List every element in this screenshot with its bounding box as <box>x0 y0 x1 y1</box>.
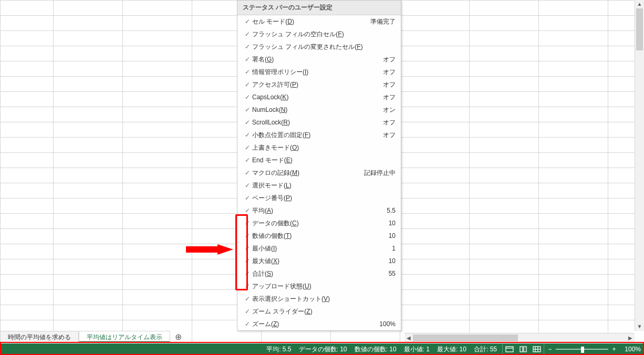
zoom-slider[interactable]: − + <box>547 346 621 353</box>
view-normal-button[interactable] <box>503 343 516 355</box>
menu-item-11[interactable]: ✓End モード(E) <box>237 154 401 166</box>
menu-item-status: 1 <box>389 245 396 252</box>
vertical-scroll-thumb[interactable] <box>636 8 643 50</box>
menu-item-status: オン <box>380 106 396 114</box>
menu-item-12[interactable]: ✓マクロの記録(M)記録停止中 <box>237 166 401 179</box>
menu-item-label: セル モード(D) <box>252 17 367 26</box>
menu-item-19[interactable]: ✓最大値(X)10 <box>237 255 401 267</box>
vertical-scrollbar[interactable]: ▲ ▼ <box>635 0 644 331</box>
check-icon: ✓ <box>243 308 252 315</box>
menu-item-label: アップロード状態(U) <box>252 282 392 291</box>
scroll-up-icon[interactable]: ▲ <box>635 0 644 8</box>
check-icon: ✓ <box>243 43 252 50</box>
menu-item-0[interactable]: ✓セル モード(D)準備完了 <box>237 15 401 28</box>
view-page-layout-button[interactable] <box>516 343 530 355</box>
menu-item-8[interactable]: ✓ScrollLock(R)オフ <box>237 116 401 129</box>
check-icon: ✓ <box>243 232 252 239</box>
menu-header: ステータス バーのユーザー設定 <box>237 1 401 15</box>
menu-item-21[interactable]: ✓アップロード状態(U) <box>237 280 401 293</box>
menu-item-2[interactable]: ✓フラッシュ フィルの変更されたセル(F) <box>237 40 401 53</box>
menu-item-label: フラッシュ フィルの変更されたセル(F) <box>252 43 392 51</box>
menu-item-14[interactable]: ✓ページ番号(P) <box>237 192 401 204</box>
menu-item-16[interactable]: ✓データの個数(C)10 <box>237 217 401 229</box>
menu-item-4[interactable]: ✓情報管理ポリシー(I)オフ <box>237 66 401 78</box>
check-icon: ✓ <box>243 56 252 63</box>
menu-item-label: ページ番号(P) <box>252 194 392 203</box>
menu-item-status: オフ <box>380 93 396 102</box>
scroll-right-icon[interactable]: ▶ <box>626 333 635 342</box>
check-icon: ✓ <box>243 182 252 189</box>
check-icon: ✓ <box>243 144 252 151</box>
stat-count: データの個数: 10 <box>299 345 347 354</box>
view-page-break-button[interactable] <box>530 343 544 355</box>
stat-numcount: 数値の個数: 10 <box>355 345 397 354</box>
menu-item-status: オフ <box>380 80 396 89</box>
zoom-percentage[interactable]: 100% <box>621 346 644 353</box>
zoom-slider-track[interactable] <box>556 349 608 350</box>
menu-item-5[interactable]: ✓アクセス許可(P)オフ <box>237 78 401 91</box>
horizontal-scroll-thumb[interactable] <box>413 335 518 341</box>
menu-item-status: オフ <box>380 131 396 140</box>
check-icon: ✓ <box>243 30 252 38</box>
menu-item-17[interactable]: ✓数値の個数(T)10 <box>237 229 401 242</box>
menu-item-status: 10 <box>386 232 396 239</box>
menu-item-13[interactable]: ✓選択モード(L) <box>237 179 401 192</box>
menu-item-23[interactable]: ✓ズーム スライダー(Z) <box>237 305 401 318</box>
zoom-out-button[interactable]: − <box>547 346 553 353</box>
menu-item-15[interactable]: ✓平均(A)5.5 <box>237 204 401 217</box>
horizontal-scrollbar[interactable]: ◀ ▶ <box>404 333 635 342</box>
sheet-tab-bar: 時間の平均値を求める 平均値はリアルタイム表示 ⊕ <box>0 331 186 342</box>
check-icon: ✓ <box>243 156 252 164</box>
menu-item-label: データの個数(C) <box>252 219 386 228</box>
check-icon: ✓ <box>243 207 252 214</box>
menu-item-label: End モード(E) <box>252 156 392 165</box>
menu-item-label: ズーム(Z) <box>252 320 376 329</box>
scroll-down-icon[interactable]: ▼ <box>635 322 644 331</box>
check-icon: ✓ <box>243 169 252 176</box>
sheet-tab-1[interactable]: 時間の平均値を求める <box>0 331 79 342</box>
menu-item-label: 最小値(I) <box>252 244 389 253</box>
menu-item-status: 5.5 <box>383 207 396 214</box>
menu-item-6[interactable]: ✓CapsLock(K)オフ <box>237 91 401 103</box>
menu-item-label: ScrollLock(R) <box>252 119 380 126</box>
menu-item-18[interactable]: ✓最小値(I)1 <box>237 242 401 255</box>
menu-item-20[interactable]: ✓合計(S)55 <box>237 267 401 280</box>
menu-item-label: フラッシュ フィルの空白セル(F) <box>252 30 392 39</box>
menu-item-24[interactable]: ✓ズーム(Z)100% <box>237 318 401 330</box>
new-sheet-button[interactable]: ⊕ <box>170 331 186 342</box>
view-mode-buttons <box>502 343 544 355</box>
zoom-in-button[interactable]: + <box>611 346 617 353</box>
check-icon: ✓ <box>243 93 252 101</box>
sheet-tab-2[interactable]: 平均値はリアルタイム表示 <box>79 331 170 342</box>
check-icon: ✓ <box>243 283 252 290</box>
check-icon: ✓ <box>243 194 252 202</box>
check-icon: ✓ <box>243 68 252 76</box>
scroll-left-icon[interactable]: ◀ <box>404 333 413 342</box>
svg-rect-4 <box>524 347 526 352</box>
statusbar-stats: 平均: 5.5 データの個数: 10 数値の個数: 10 最小値: 1 最大値:… <box>266 345 502 354</box>
status-bar: 平均: 5.5 データの個数: 10 数値の個数: 10 最小値: 1 最大値:… <box>0 343 644 355</box>
svg-rect-1 <box>506 347 513 352</box>
menu-item-status: 10 <box>386 257 396 265</box>
check-icon: ✓ <box>243 18 252 25</box>
menu-item-1[interactable]: ✓フラッシュ フィルの空白セル(F) <box>237 28 401 40</box>
menu-item-9[interactable]: ✓小数点位置の固定(F)オフ <box>237 129 401 141</box>
check-icon: ✓ <box>243 257 252 265</box>
menu-item-label: 上書きモード(O) <box>252 143 392 152</box>
menu-item-label: ズーム スライダー(Z) <box>252 307 392 316</box>
check-icon: ✓ <box>243 131 252 139</box>
menu-item-label: NumLock(N) <box>252 106 380 113</box>
menu-item-label: 選択モード(L) <box>252 181 392 190</box>
check-icon: ✓ <box>243 119 252 126</box>
stat-average: 平均: 5.5 <box>266 345 291 354</box>
svg-rect-3 <box>520 347 523 352</box>
stat-max: 最大値: 10 <box>437 345 466 354</box>
menu-item-3[interactable]: ✓署名(G)オフ <box>237 53 401 66</box>
menu-item-label: 合計(S) <box>252 269 386 278</box>
check-icon: ✓ <box>243 106 252 113</box>
menu-item-label: 情報管理ポリシー(I) <box>252 68 380 77</box>
menu-item-22[interactable]: ✓表示選択ショートカット(V) <box>237 293 401 305</box>
menu-item-10[interactable]: ✓上書きモード(O) <box>237 141 401 154</box>
menu-item-7[interactable]: ✓NumLock(N)オン <box>237 103 401 116</box>
zoom-slider-thumb[interactable] <box>581 347 584 353</box>
